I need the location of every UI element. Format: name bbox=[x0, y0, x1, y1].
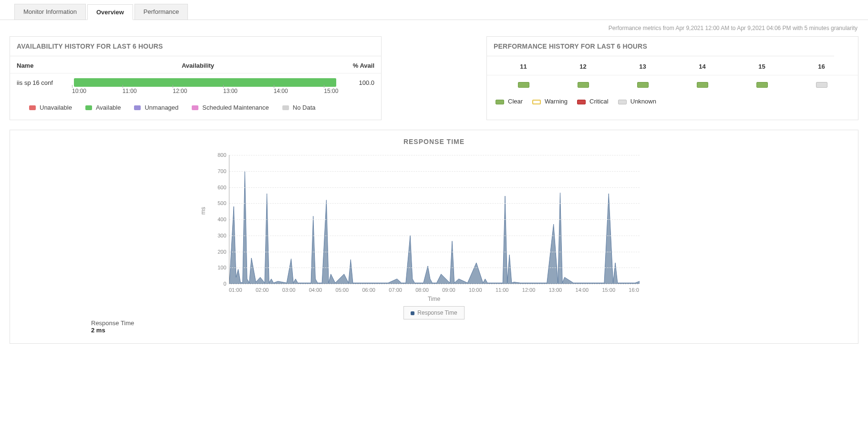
x-tick-label: 09:00 bbox=[442, 287, 455, 293]
tab-performance[interactable]: Performance bbox=[134, 4, 188, 20]
legend-no-data: No Data bbox=[282, 104, 316, 111]
availability-col-percent: % Avail bbox=[327, 62, 374, 69]
x-tick-label: 07:00 bbox=[389, 287, 402, 293]
response-time-footer-value: 2 ms bbox=[91, 327, 858, 334]
response-time-panel: RESPONSE TIME ms 01002003004005006007008… bbox=[10, 130, 858, 344]
performance-panel-title: PERFORMANCE HISTORY FOR LAST 6 HOURS bbox=[487, 37, 834, 56]
x-tick-label: 14:00 bbox=[576, 287, 589, 293]
x-tick-label: 03:00 bbox=[282, 287, 296, 293]
x-tick-label: 13:00 bbox=[549, 287, 562, 293]
tab-monitor-information[interactable]: Monitor Information bbox=[14, 4, 86, 20]
availability-axis-tick: 15:00 bbox=[324, 88, 374, 94]
x-axis-ticks: 01:0002:0003:0004:0005:0006:0007:0008:00… bbox=[229, 287, 639, 293]
performance-hour-header: 14 bbox=[672, 63, 732, 70]
y-tick-label: 0 bbox=[208, 281, 227, 287]
x-axis-label: Time bbox=[428, 296, 440, 302]
legend-unknown-label: Unknown bbox=[630, 98, 656, 105]
response-time-title: RESPONSE TIME bbox=[10, 130, 858, 145]
availability-col-availability: Availability bbox=[69, 62, 327, 69]
legend-unavailable: Unavailable bbox=[29, 104, 72, 111]
legend-available: Available bbox=[85, 104, 121, 111]
availability-axis-tick: 14:00 bbox=[274, 88, 324, 94]
response-time-footer-label: Response Time bbox=[91, 319, 858, 327]
legend-warning-label: Warning bbox=[545, 98, 568, 105]
x-tick-label: 06:00 bbox=[362, 287, 375, 293]
legend-warning: Warning bbox=[532, 98, 568, 105]
y-tick-label: 800 bbox=[208, 152, 227, 158]
response-time-footer: Response Time 2 ms bbox=[10, 319, 858, 334]
x-tick-label: 12:00 bbox=[522, 287, 536, 293]
performance-status-cell bbox=[732, 82, 792, 89]
y-tick-label: 300 bbox=[208, 233, 227, 238]
x-tick-label: 01:00 bbox=[229, 287, 242, 293]
availability-panel-title: AVAILABILITY HISTORY FOR LAST 6 HOURS bbox=[10, 37, 381, 56]
y-axis-label: ms bbox=[200, 207, 207, 215]
x-tick-label: 05:00 bbox=[336, 287, 349, 293]
y-tick-label: 700 bbox=[208, 168, 227, 174]
status-chip-clear bbox=[756, 82, 768, 88]
x-tick-label: 02:00 bbox=[256, 287, 269, 293]
performance-status-cell bbox=[494, 82, 553, 89]
x-tick-label: 10:00 bbox=[469, 287, 482, 293]
legend-unmanaged-label: Unmanaged bbox=[145, 104, 178, 111]
availability-time-axis: 10:0011:0012:0013:0014:0015:00 bbox=[10, 87, 381, 97]
y-tick-label: 100 bbox=[208, 265, 227, 270]
performance-hour-header: 13 bbox=[613, 63, 672, 70]
availability-row-percent: 100.0 bbox=[341, 79, 374, 86]
metrics-timerange-text: Performance metrics from Apr 9,2021 12:0… bbox=[0, 20, 868, 36]
y-tick-label: 200 bbox=[208, 249, 227, 255]
performance-hour-header: 12 bbox=[553, 63, 613, 70]
legend-critical: Critical bbox=[577, 98, 609, 105]
y-tick-label: 600 bbox=[208, 185, 227, 190]
response-time-legend: Response Time bbox=[403, 306, 464, 319]
availability-axis-tick: 13:00 bbox=[223, 88, 274, 94]
availability-row: iis sp 16 conf 100.0 bbox=[10, 73, 381, 87]
performance-status-cell bbox=[613, 82, 672, 89]
legend-scheduled-maintenance: Scheduled Maintenance bbox=[192, 104, 269, 111]
status-chip-unknown bbox=[816, 82, 827, 88]
x-tick-label: 15:00 bbox=[602, 287, 615, 293]
availability-axis-tick: 12:00 bbox=[173, 88, 223, 94]
legend-no-data-label: No Data bbox=[293, 104, 316, 111]
performance-panel: PERFORMANCE HISTORY FOR LAST 6 HOURS 111… bbox=[486, 36, 858, 120]
performance-status-cell bbox=[672, 82, 732, 89]
performance-hour-header: 15 bbox=[732, 63, 792, 70]
availability-panel: AVAILABILITY HISTORY FOR LAST 6 HOURS Na… bbox=[10, 36, 382, 120]
response-time-legend-label: Response Time bbox=[417, 309, 457, 316]
x-tick-label: 11:00 bbox=[496, 287, 509, 293]
availability-col-name: Name bbox=[17, 62, 69, 69]
performance-status-cell bbox=[792, 82, 851, 89]
legend-unmanaged: Unmanaged bbox=[134, 104, 178, 111]
legend-available-label: Available bbox=[96, 104, 121, 111]
availability-axis-tick: 11:00 bbox=[123, 88, 173, 94]
performance-hour-header: 16 bbox=[792, 63, 851, 70]
status-chip-clear bbox=[697, 82, 708, 88]
legend-critical-label: Critical bbox=[589, 98, 609, 105]
availability-legend: Unavailable Available Unmanaged Schedule… bbox=[10, 97, 381, 120]
performance-legend: Clear Warning Critical Unknown bbox=[487, 98, 858, 113]
legend-marker-icon bbox=[411, 311, 414, 315]
legend-unavailable-label: Unavailable bbox=[40, 104, 72, 111]
legend-scheduled-label: Scheduled Maintenance bbox=[202, 104, 269, 111]
status-chip-clear bbox=[637, 82, 649, 88]
y-tick-label: 500 bbox=[208, 200, 227, 206]
x-tick-label: 08:00 bbox=[415, 287, 429, 293]
availability-axis-tick: 10:00 bbox=[72, 88, 123, 94]
legend-clear: Clear bbox=[496, 98, 523, 105]
response-time-chart[interactable]: ms 0100200300400500600700800 bbox=[229, 155, 640, 284]
y-tick-label: 400 bbox=[208, 216, 227, 222]
legend-unknown: Unknown bbox=[618, 98, 656, 105]
availability-row-name: iis sp 16 conf bbox=[17, 79, 69, 86]
performance-hours-header: 111213141516 bbox=[487, 56, 858, 75]
legend-clear-label: Clear bbox=[508, 98, 523, 105]
performance-status-row bbox=[487, 75, 858, 98]
availability-bar bbox=[74, 78, 336, 87]
x-tick-label: 16:0 bbox=[629, 287, 639, 293]
performance-hour-header: 11 bbox=[494, 63, 553, 70]
tab-overview[interactable]: Overview bbox=[87, 4, 133, 20]
performance-status-cell bbox=[553, 82, 613, 89]
x-tick-label: 04:00 bbox=[309, 287, 322, 293]
tabs-bar: Monitor Information Overview Performance bbox=[0, 0, 868, 20]
status-chip-clear bbox=[578, 82, 589, 88]
status-chip-clear bbox=[518, 82, 529, 88]
